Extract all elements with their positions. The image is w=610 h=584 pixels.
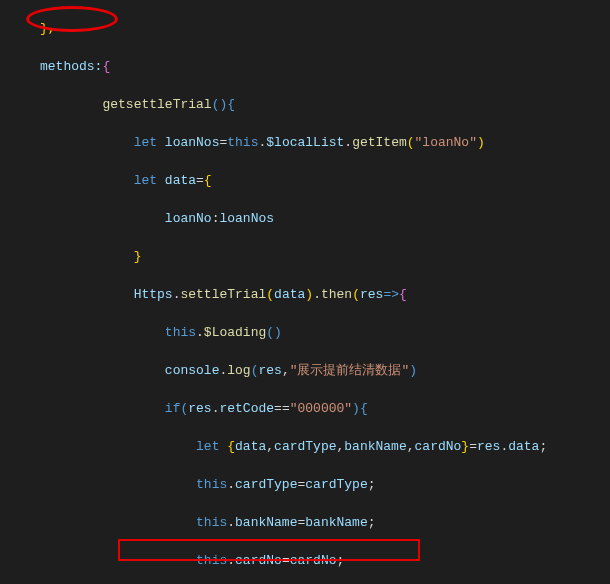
brace: {: [360, 401, 368, 416]
str-000000: "000000": [290, 401, 352, 416]
brace: (){: [212, 97, 235, 112]
kw-this: this: [196, 515, 227, 530]
code-line: }: [40, 247, 610, 266]
prop-localList: $localList: [266, 135, 344, 150]
code-line: this.$Loading(): [40, 323, 610, 342]
code-line: console.log(res,"展示提前结清数据"): [40, 361, 610, 380]
str-zh: "展示提前结清数据": [290, 363, 410, 378]
str-loanNo: "loanNo": [415, 135, 477, 150]
call-getItem: getItem: [352, 135, 407, 150]
fn-getsettleTrial: getsettleTrial: [102, 97, 211, 112]
kw-this: this: [196, 477, 227, 492]
prop-methods: methods:: [40, 59, 102, 74]
val-loanNos: loanNos: [219, 211, 274, 226]
code-line: this.cardType=cardType;: [40, 475, 610, 494]
code-line: methods:{: [40, 57, 610, 76]
call-log: log: [227, 363, 250, 378]
brace: },: [40, 21, 56, 36]
kw-if: if: [165, 401, 181, 416]
call-settleTrial: settleTrial: [180, 287, 266, 302]
kw-this: this: [227, 135, 258, 150]
code-line: this.cardNo=cardNo;: [40, 551, 610, 570]
brace: {: [204, 173, 212, 188]
code-line: let loanNos=this.$localList.getItem("loa…: [40, 133, 610, 152]
key-loanNo: loanNo: [165, 211, 212, 226]
kw-this: this: [196, 553, 227, 568]
arg-res: res: [360, 287, 383, 302]
code-editor[interactable]: }, methods:{ getsettleTrial(){ let loanN…: [0, 0, 610, 584]
code-line: let {data,cardType,bankName,cardNo}=res.…: [40, 437, 610, 456]
code-line: if(res.retCode=="000000"){: [40, 399, 610, 418]
brace: }: [134, 249, 142, 264]
call-then: then: [321, 287, 352, 302]
kw-let: let: [134, 173, 157, 188]
kw-let: let: [134, 135, 157, 150]
code-line: let data={: [40, 171, 610, 190]
prop-retCode: retCode: [219, 401, 274, 416]
code-line: Https.settleTrial(data).then(res=>{: [40, 285, 610, 304]
obj-console: console: [165, 363, 220, 378]
obj-Https: Https: [134, 287, 173, 302]
code-line: getsettleTrial(){: [40, 95, 610, 114]
call-Loading: $Loading: [204, 325, 266, 340]
code-line: loanNo:loanNos: [40, 209, 610, 228]
var-data: data: [157, 173, 196, 188]
brace: {: [399, 287, 407, 302]
kw-this: this: [165, 325, 196, 340]
brace: {: [102, 59, 110, 74]
code-line: },: [40, 19, 610, 38]
var-loanNos: loanNos: [157, 135, 219, 150]
kw-let: let: [196, 439, 219, 454]
code-line: this.bankName=bankName;: [40, 513, 610, 532]
